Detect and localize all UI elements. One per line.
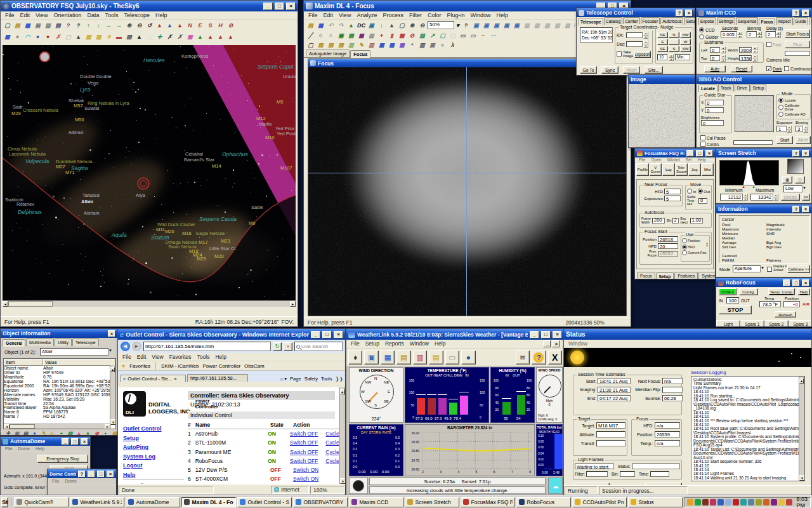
object-select-arrow-icon[interactable]: ▼ [108,349,112,352]
tab[interactable]: Setup [684,17,695,25]
menu-item[interactable]: Help [153,12,170,18]
close-button[interactable]: × [802,279,809,286]
maximize-button[interactable]: □ [696,150,704,157]
tab[interactable]: Telescope [72,338,99,346]
pin-icon[interactable]: ↓ [377,21,386,30]
folder1-icon[interactable]: ▤ [326,41,336,50]
height-spinner[interactable]: ▲▼ [752,55,757,62]
bulletin-icon[interactable]: ▦ [381,351,395,364]
menu-item[interactable]: Reports [383,340,407,347]
circle-select-icon[interactable]: ○ [316,31,325,40]
exposure-input[interactable]: 1 [776,126,787,132]
camera1-icon[interactable]: ▣ [471,21,481,30]
mode-radio[interactable] [778,112,783,117]
summary-icon[interactable]: ▤ [396,351,410,364]
rotate-icon[interactable]: ↺ [145,21,154,30]
focusmax-toolbar-button[interactable]: Mini [702,163,714,176]
robofocus-bottom-button[interactable]: Light [716,320,740,327]
taskbar-item[interactable]: QuickCam® [14,497,69,507]
gray4-icon[interactable]: ▥ [553,21,562,30]
menu-item[interactable]: Filter [407,12,424,18]
tab[interactable]: Setup [750,84,767,91]
status-zoom[interactable]: 100% [310,486,344,494]
dome-controller-titlebar[interactable]: Dome Controller ?_□× [48,469,116,478]
dots-icon[interactable]: ⋯ [488,31,498,40]
taskbar-item[interactable]: OBSERVATORY FSQ ... [293,497,348,507]
tray-icon[interactable] [695,499,701,505]
report-icon[interactable]: ▤ [429,351,443,364]
top-input[interactable]: 0 [710,55,720,61]
close-button[interactable]: × [107,471,114,478]
robofocus-bottom-button[interactable]: Spare 3 [789,320,812,327]
object-hscrollbar[interactable]: ◄► [4,424,110,429]
taskbar-item[interactable]: WeatherLink 5.9.2 ... [70,497,124,507]
cross-icon[interactable]: ✗ [165,32,174,41]
menu-item[interactable]: Open [648,157,664,162]
information-titlebar[interactable]: Information?× [716,204,811,213]
menu-item[interactable]: Tools [102,12,121,18]
add-icon[interactable]: + [57,431,65,436]
tab[interactable]: System [698,272,716,279]
menu-item[interactable]: Tools [195,354,213,360]
arrow-up-icon[interactable]: ↗ [428,31,437,40]
menu-item[interactable]: Window [407,340,431,347]
scope-blue-icon[interactable]: ▲ [165,21,174,30]
address-input[interactable]: http://67.161.185.58/index.htm [143,342,271,351]
save-icon[interactable]: ▦ [316,21,325,30]
scroll-up-icon[interactable]: ▲ [110,367,115,372]
night-icon[interactable]: N [185,21,195,30]
home-icon[interactable]: ⌂ ▾ [280,376,287,382]
focusmax-toolbar-button[interactable]: Profile [636,163,649,176]
zoom-out-icon[interactable]: ⊖ [417,21,427,30]
table-row[interactable]: HorizonAzm: 109°06'49.020" Alt: +35°29'5… [4,388,115,392]
tray-icon[interactable] [771,499,777,505]
exposure-spinner[interactable]: ▲▼ [787,126,792,133]
tray-icon[interactable] [733,499,739,505]
label-icon[interactable]: ▥ [84,32,93,41]
cycle-link[interactable]: Cycle [325,449,339,455]
no-calib-icon[interactable]: ⊘ [407,31,417,40]
cycle-link[interactable]: Cycle [325,439,339,446]
open-icon[interactable]: ▤ [306,21,315,30]
sync-button[interactable]: Sync [601,66,619,74]
favorite-link[interactable]: Power Controller [203,363,241,369]
robofocus-bottom-button[interactable]: Spare 1 [740,320,764,327]
save2-icon[interactable]: ▦ [377,41,386,50]
focusmax-toolbar-button[interactable]: V Curve [650,163,662,176]
pc-icon[interactable]: ▣ [364,351,378,364]
start-button[interactable]: Start [1,497,8,507]
object-vscrollbar[interactable]: ▲▼ [110,365,115,425]
taskbar-item[interactable]: Maxim CCD [349,497,403,507]
cycle-link[interactable]: Cycle [325,458,339,464]
left-input[interactable]: 0 [710,47,720,53]
refresh-button[interactable]: Refresh [775,311,796,318]
weatherlink-window[interactable]: WeatherLink 5.9.2 08/21/10 8:03p: Sierra… [346,328,565,495]
tab[interactable]: Sequence [736,17,758,25]
out-label[interactable]: OUT [741,298,750,303]
table-row[interactable]: Object nameAltair [4,366,115,370]
tab[interactable]: General [3,339,25,347]
tab[interactable]: Telescope [579,18,603,25]
minimize-button[interactable]: _ [62,438,69,445]
close-button[interactable]: × [685,10,693,17]
seconds-input[interactable]: 0.005 [721,31,737,37]
print-icon[interactable]: ▤ [22,431,30,436]
table-row[interactable]: Equatorial 2000RA: 19h 50m 46.999s Dec: … [4,384,115,388]
close-button[interactable]: × [802,206,809,213]
pencil-icon[interactable]: ✎ [39,431,48,436]
props-icon[interactable]: ≡ [438,41,447,50]
table-row[interactable]: Flamsteed-Bayer53-Alpha Aquilae [4,405,115,410]
stretch-preset-select[interactable]: Low [783,185,802,192]
calibrate-button[interactable]: Calibrate >> [787,265,810,273]
find-icon[interactable]: ▲ [134,32,144,41]
pan-down-icon[interactable]: ↓ [94,21,103,30]
taskbar-item[interactable]: FocusMax FSQ Ro... [461,497,515,507]
switch-link[interactable]: Switch OFF [290,431,325,437]
tele-icon[interactable]: ✛ [155,32,164,41]
gray3-icon[interactable]: ▥ [542,21,552,30]
focusmax-toolbar-button[interactable]: Log [662,163,675,176]
scroll-up-icon[interactable]: ▲ [799,378,804,384]
zoom-in-button[interactable]: ⊕ [782,176,792,184]
menu-item[interactable]: Help [432,340,448,347]
table-row[interactable]: Magnitude0.76 [4,375,115,379]
